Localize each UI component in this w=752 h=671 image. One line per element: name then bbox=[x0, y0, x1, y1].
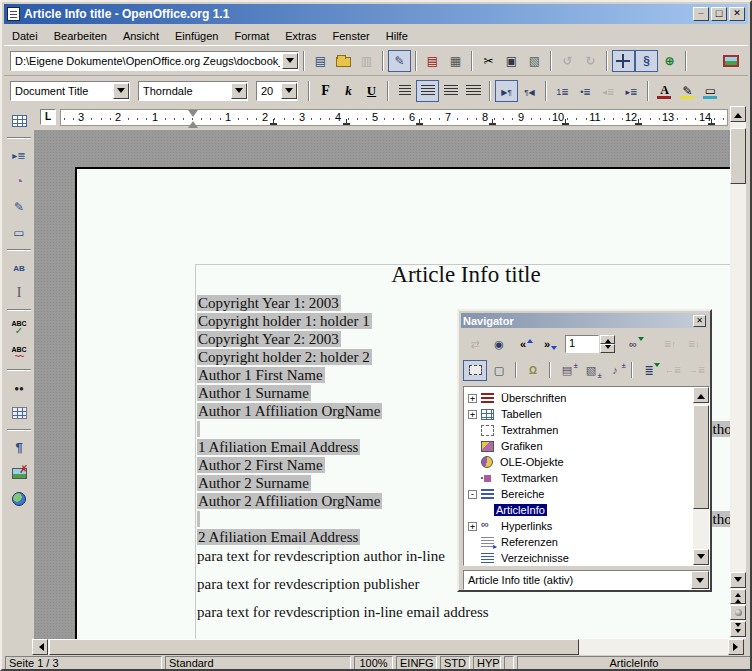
content-view-toggle-button[interactable] bbox=[463, 360, 487, 381]
underline-button[interactable]: U bbox=[360, 80, 383, 102]
align-left-button[interactable] bbox=[393, 80, 416, 102]
align-center-button[interactable] bbox=[416, 80, 439, 102]
status-insert-mode[interactable]: EINFG bbox=[396, 656, 437, 670]
open-button[interactable] bbox=[332, 50, 355, 72]
menu-extras[interactable]: Extras bbox=[277, 28, 324, 44]
footer-button[interactable] bbox=[579, 360, 603, 381]
cut-button[interactable] bbox=[477, 50, 500, 72]
export-pdf-button[interactable] bbox=[421, 50, 444, 72]
scroll-right-button[interactable] bbox=[728, 639, 744, 655]
navigation-popup-button[interactable] bbox=[730, 605, 746, 620]
tree-scroll-thumb[interactable] bbox=[693, 405, 709, 509]
tab-stop-marker[interactable] bbox=[489, 120, 496, 125]
maximize-button[interactable] bbox=[711, 7, 727, 21]
navigator-toggle-button[interactable] bbox=[612, 50, 635, 72]
direct-cursor-button[interactable] bbox=[8, 282, 31, 304]
tab-type-selector[interactable]: L bbox=[40, 109, 56, 125]
copy-button[interactable] bbox=[500, 50, 523, 72]
status-selection-mode[interactable]: STD bbox=[440, 656, 470, 670]
menu-fenster[interactable]: Fenster bbox=[324, 28, 377, 44]
status-page-style[interactable]: Standard bbox=[165, 656, 351, 670]
status-page-number[interactable]: Seite 1 / 3 bbox=[5, 656, 162, 670]
horizontal-scroll-thumb[interactable] bbox=[49, 639, 579, 655]
listbox-toggle-button[interactable] bbox=[637, 360, 661, 381]
field-line[interactable]: Author 1 Surname bbox=[197, 385, 311, 401]
bold-button[interactable]: F bbox=[314, 80, 337, 102]
align-right-button[interactable] bbox=[439, 80, 462, 102]
style-dropdown-button[interactable] bbox=[113, 83, 129, 99]
field-line[interactable]: Author 1 First Name bbox=[197, 367, 325, 383]
tree-scroll-up-button[interactable] bbox=[693, 387, 709, 403]
tree-item-referenzen[interactable]: Referenzen bbox=[468, 534, 709, 550]
paragraph-line[interactable]: para text for revdescription in-line ema… bbox=[197, 603, 537, 621]
field-line[interactable]: Copyright holder 2: holder 2 bbox=[197, 349, 372, 365]
document-selector-button[interactable] bbox=[691, 571, 709, 589]
paragraph-style-combobox[interactable]: Document Title bbox=[10, 81, 130, 101]
menu-bearbeiten[interactable]: Bearbeiten bbox=[46, 28, 115, 44]
field-line[interactable]: Author 2 Affiliation OrgName bbox=[197, 493, 382, 509]
url-combobox[interactable]: D:\Eigene Dokumente\OpenOffice.org Zeugs… bbox=[10, 51, 299, 71]
field-line[interactable]: Author 2 First Name bbox=[197, 457, 325, 473]
tree-item-textmarken[interactable]: Textmarken bbox=[468, 470, 709, 486]
tree-item-bereiche[interactable]: - Bereiche bbox=[468, 486, 709, 502]
insert-button[interactable] bbox=[8, 144, 31, 166]
tab-stop-marker[interactable] bbox=[416, 120, 423, 125]
demote-level-button[interactable] bbox=[685, 360, 709, 381]
spin-up-button[interactable] bbox=[600, 335, 615, 344]
navigation-button[interactable] bbox=[487, 334, 511, 355]
draw-functions-button[interactable] bbox=[8, 196, 31, 218]
navigator-close-button[interactable] bbox=[693, 315, 706, 327]
font-name-combobox[interactable]: Thorndale bbox=[138, 81, 248, 101]
ltr-button[interactable] bbox=[495, 80, 518, 102]
undo-button[interactable] bbox=[556, 50, 579, 72]
status-section[interactable]: ArticleInfo bbox=[517, 656, 751, 670]
graphics-onoff-button[interactable] bbox=[8, 462, 31, 484]
minimize-button[interactable] bbox=[693, 7, 709, 21]
header-button[interactable] bbox=[555, 360, 579, 381]
gallery-button[interactable] bbox=[719, 50, 742, 72]
promote-level-button[interactable] bbox=[661, 360, 685, 381]
navigator-window[interactable]: Navigator 1 bbox=[457, 309, 712, 592]
tab-stop-marker[interactable] bbox=[562, 120, 569, 125]
italic-button[interactable]: k bbox=[337, 80, 360, 102]
previous-button[interactable] bbox=[511, 334, 535, 355]
new-document-button[interactable] bbox=[309, 50, 332, 72]
paste-button[interactable] bbox=[523, 50, 546, 72]
field-line[interactable]: Author 1 Affiliation OrgName bbox=[197, 403, 382, 419]
hyperlink-dialog-button[interactable] bbox=[658, 50, 681, 72]
url-dropdown-button[interactable] bbox=[282, 53, 298, 69]
expander-box[interactable]: + bbox=[468, 410, 477, 419]
vertical-scrollbar[interactable] bbox=[730, 106, 746, 639]
expander-box[interactable]: - bbox=[468, 490, 477, 499]
horizontal-ruler[interactable]: 3 2 1 1 2 3 4 5 6 7 8 9 10 11 12 13 14 bbox=[60, 109, 728, 126]
spin-down-button[interactable] bbox=[600, 344, 615, 353]
bullets-button[interactable] bbox=[574, 80, 597, 102]
rtl-button[interactable] bbox=[518, 80, 541, 102]
print-button[interactable] bbox=[444, 50, 467, 72]
field-line[interactable]: Copyright Year 2: 2003 bbox=[197, 331, 341, 347]
autotext-button[interactable] bbox=[8, 256, 31, 278]
scroll-down-button[interactable] bbox=[730, 572, 746, 588]
tab-stop-marker[interactable] bbox=[708, 120, 715, 125]
tree-item-grafiken[interactable]: Grafiken bbox=[468, 438, 709, 454]
indent-marker[interactable] bbox=[188, 110, 198, 122]
previous-page-button[interactable] bbox=[730, 589, 746, 604]
field-line[interactable]: Author 2 Surname bbox=[197, 475, 311, 491]
expander-box[interactable]: + bbox=[468, 522, 477, 531]
anchor-button[interactable] bbox=[521, 360, 545, 381]
insert-table-button[interactable] bbox=[8, 110, 31, 132]
nonprinting-characters-button[interactable] bbox=[8, 436, 31, 458]
navigator-title-bar[interactable]: Navigator bbox=[461, 313, 708, 328]
spellcheck-button[interactable] bbox=[8, 316, 31, 338]
menu-hilfe[interactable]: Hilfe bbox=[378, 28, 416, 44]
insert-object-button[interactable] bbox=[8, 170, 31, 192]
size-dropdown-button[interactable] bbox=[281, 83, 297, 99]
next-button[interactable] bbox=[535, 334, 559, 355]
demote-chapter-button[interactable] bbox=[682, 334, 706, 355]
data-sources-button[interactable] bbox=[8, 402, 31, 424]
auto-spellcheck-button[interactable] bbox=[8, 342, 31, 364]
field-line[interactable]: Copyright Year 1: 2003 bbox=[197, 295, 341, 311]
horizontal-scrollbar[interactable] bbox=[32, 639, 744, 655]
anchor-text-button[interactable] bbox=[603, 360, 627, 381]
tree-item-ueberschriften[interactable]: + Überschriften bbox=[468, 390, 709, 406]
